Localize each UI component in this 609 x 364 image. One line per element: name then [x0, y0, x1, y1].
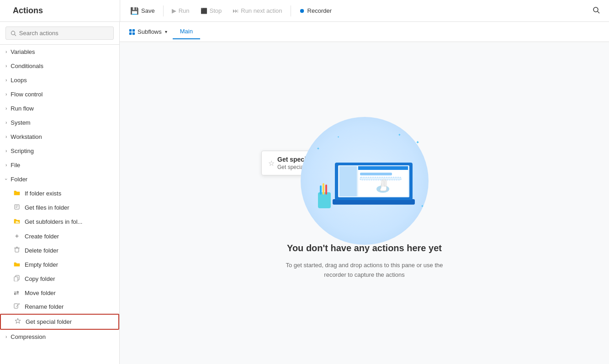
- svg-rect-35: [385, 180, 387, 186]
- category-label: Workstation: [11, 133, 42, 140]
- sidebar-category-scripting[interactable]: › Scripting: [0, 144, 119, 158]
- item-label-create-folder: Create folder: [25, 233, 59, 240]
- run-next-icon: ⏭: [233, 7, 238, 14]
- item-icon-create-folder: ＋: [14, 232, 21, 240]
- category-label: Scripting: [11, 148, 34, 154]
- svg-point-2: [11, 31, 15, 35]
- laptop-illustration: [310, 140, 419, 222]
- item-label-move-folder: Move folder: [25, 290, 56, 296]
- run-next-action-button[interactable]: ⏭ Run next action: [228, 5, 286, 16]
- sidebar-search-header: [0, 22, 119, 45]
- item-icon-get-subfolders: [14, 218, 21, 226]
- sidebar-category-loops[interactable]: › Loops: [0, 73, 119, 87]
- svg-line-1: [598, 11, 599, 13]
- sparkle-1: ✦: [416, 140, 419, 145]
- main-layout: › Variables › Conditionals › Loops › Flo…: [0, 22, 609, 364]
- sidebar-item-if-folder-exists[interactable]: If folder exists: [0, 186, 119, 200]
- sidebar-item-empty-folder[interactable]: Empty folder: [0, 258, 119, 272]
- sparkle-5: ✦: [337, 135, 339, 138]
- run-button[interactable]: ▶ Run: [167, 5, 194, 16]
- move-icon: ⇄: [14, 289, 19, 296]
- sidebar-category-flow-control[interactable]: › Flow control: [0, 87, 119, 101]
- sidebar-category-run-flow[interactable]: › Run flow: [0, 101, 119, 116]
- save-button[interactable]: 💾 Save: [126, 5, 159, 17]
- chevron-icon: ›: [5, 92, 7, 97]
- category-label: Conditionals: [11, 63, 43, 69]
- sidebar-item-delete-folder[interactable]: Delete folder: [0, 243, 119, 258]
- item-label-rename-folder: Rename folder: [25, 303, 64, 310]
- sparkle-2: ✦: [398, 133, 401, 137]
- item-icon-copy-folder: [14, 275, 21, 283]
- chevron-icon: ›: [5, 163, 7, 168]
- svg-rect-30: [360, 173, 392, 175]
- item-icon-delete-folder: [14, 247, 21, 254]
- files-icon: [14, 204, 20, 210]
- sidebar-item-get-subfolders[interactable]: Get subfolders in fol...: [0, 215, 119, 229]
- item-icon-get-files-in-folder: [14, 204, 21, 211]
- sidebar-content: › Variables › Conditionals › Loops › Flo…: [0, 45, 119, 364]
- toolbar: 💾 Save ▶ Run ⬛ Stop ⏭ Run next action ⏺ …: [120, 0, 609, 22]
- category-label: Variables: [11, 48, 35, 55]
- sidebar-item-get-files-in-folder[interactable]: Get files in folder: [0, 200, 119, 215]
- flow-canvas[interactable]: ☆ Get special folder Get special folder: [120, 42, 609, 364]
- chevron-icon: ›: [5, 106, 7, 111]
- sidebar-category-conditionals[interactable]: › Conditionals: [0, 59, 119, 73]
- svg-rect-22: [323, 183, 324, 195]
- sidebar-category-folder[interactable]: › Folder: [0, 172, 119, 186]
- recorder-button[interactable]: ⏺ Recorder: [295, 5, 336, 16]
- chevron-icon: ›: [5, 78, 7, 83]
- special-folder-star-icon: [15, 318, 21, 324]
- chevron-icon: ›: [5, 334, 7, 339]
- category-label: Flow control: [11, 91, 42, 98]
- sidebar-item-get-special-folder[interactable]: Get special folder: [0, 314, 119, 330]
- save-icon: 💾: [130, 7, 139, 15]
- svg-rect-33: [381, 180, 383, 186]
- stop-icon: ⬛: [201, 8, 207, 14]
- svg-line-3: [15, 34, 16, 36]
- sidebar-item-create-folder[interactable]: ＋ Create folder: [0, 229, 119, 243]
- category-label: Folder: [11, 176, 27, 183]
- stop-button[interactable]: ⬛ Stop: [196, 5, 227, 16]
- rename-icon: [14, 303, 20, 309]
- run-icon: ▶: [172, 7, 176, 14]
- chevron-icon: ›: [4, 179, 9, 180]
- item-icon-rename-folder: [14, 303, 21, 311]
- sidebar-category-compression[interactable]: › Compression: [0, 330, 119, 344]
- item-label-get-subfolders: Get subfolders in fol...: [25, 218, 82, 225]
- sidebar-item-rename-folder[interactable]: Rename folder: [0, 300, 119, 314]
- subflows-button[interactable]: Subflows ▾: [123, 25, 173, 39]
- item-label-if-folder-exists: If folder exists: [25, 190, 61, 197]
- item-icon-get-special-folder: [15, 318, 22, 326]
- sidebar-item-move-folder[interactable]: ⇄ Move folder: [0, 286, 119, 300]
- svg-rect-16: [129, 29, 132, 31]
- sidebar-item-copy-folder[interactable]: Copy folder: [0, 272, 119, 286]
- svg-rect-12: [14, 304, 18, 308]
- star-icon: ☆: [268, 159, 275, 168]
- sparkle-3: ✦: [317, 147, 320, 151]
- empty-state: ✦ ✦ ✦ ✦ ✦: [120, 126, 609, 280]
- tab-main[interactable]: Main: [173, 24, 200, 39]
- chevron-icon: ›: [5, 134, 7, 139]
- illustration: ✦ ✦ ✦ ✦ ✦: [291, 126, 438, 236]
- search-icon-toolbar[interactable]: [589, 3, 604, 19]
- search-input[interactable]: [19, 30, 109, 37]
- chevron-icon: ›: [5, 120, 7, 125]
- delete-icon: [14, 247, 20, 253]
- search-icon: [11, 30, 16, 37]
- app-header: Actions: [0, 0, 120, 22]
- search-box[interactable]: [5, 26, 114, 40]
- app-title: Actions: [7, 6, 48, 16]
- item-icon-move-folder: ⇄: [14, 289, 21, 296]
- sidebar-category-variables[interactable]: › Variables: [0, 45, 119, 59]
- svg-rect-20: [318, 192, 331, 208]
- sidebar-category-workstation[interactable]: › Workstation: [0, 130, 119, 144]
- svg-rect-7: [15, 248, 19, 252]
- sidebar-category-system[interactable]: › System: [0, 116, 119, 130]
- svg-rect-23: [325, 185, 327, 195]
- tabs-bar: Subflows ▾ Main: [120, 22, 609, 42]
- item-label-get-files-in-folder: Get files in folder: [25, 204, 69, 211]
- sidebar-category-file[interactable]: › File: [0, 158, 119, 172]
- svg-rect-19: [132, 32, 135, 34]
- item-label-get-special-folder: Get special folder: [26, 318, 72, 325]
- chevron-icon: ›: [5, 49, 7, 54]
